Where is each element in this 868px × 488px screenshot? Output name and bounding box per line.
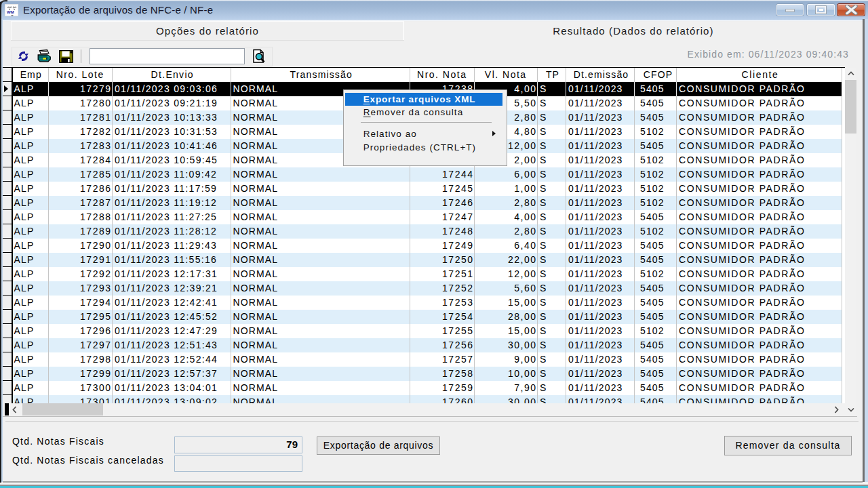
svg-text:WM: WM [7, 10, 14, 14]
